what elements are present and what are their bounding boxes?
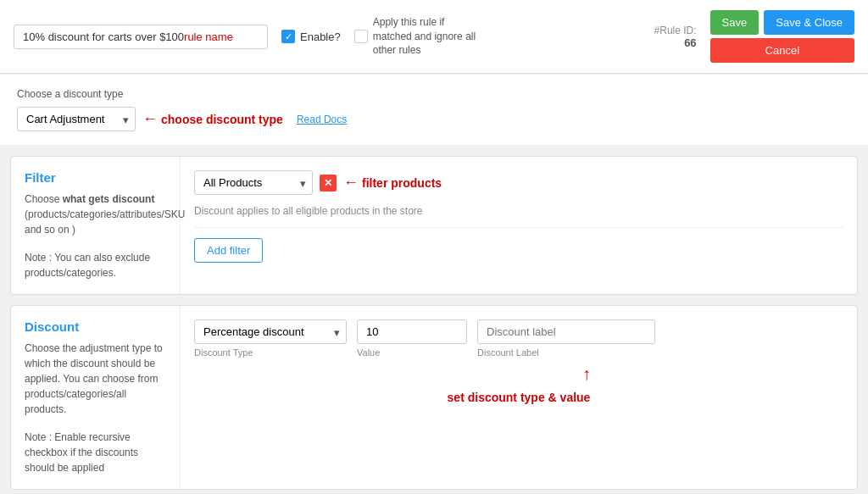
discount-value-input[interactable] [357,319,467,344]
rule-id-value: 66 [684,36,696,49]
enable-label: Enable? [300,31,341,43]
discount-percentage-select[interactable]: Percentage discount [194,319,347,344]
top-bar: 10% discount for carts over $100 rule na… [0,0,868,146]
discount-label-col: Discount Label [477,319,655,358]
discount-section: Discount Choose the adjustment type to w… [10,305,858,490]
type-arrow-annotation: ← choose discount type [142,110,283,128]
read-docs-link[interactable]: Read Docs [297,114,347,125]
discount-inputs-row: Percentage discount Discount Type Value … [194,319,843,358]
discount-desc-note: Note : Enable recursive checkbox if the … [25,430,166,475]
discount-value-col: Value [357,319,467,358]
filter-title: Filter [25,170,166,185]
discount-title: Discount [25,319,166,334]
main-content: Filter Choose what gets discount (produc… [0,146,868,494]
discount-section-right: Percentage discount Discount Type Value … [181,306,857,489]
filter-section-left: Filter Choose what gets discount (produc… [11,157,181,294]
save-close-button[interactable]: Save & Close [764,10,854,35]
filter-desc: Choose what gets discount (products/cate… [25,191,166,237]
add-filter-button[interactable]: Add filter [194,238,263,263]
rule-name-field[interactable]: 10% discount for carts over $100 rule na… [14,25,268,49]
filter-row: All Products ✕ ← filter products [194,170,843,195]
discount-arrow-up-icon: ↑ [582,364,591,384]
arrow-left-icon: ← [142,110,158,128]
enable-checkbox[interactable]: ✓ [281,30,295,43]
rule-id-area: #Rule ID: 66 [654,25,697,49]
rule-name-red-part: rule name [184,31,233,43]
rule-id-label: #Rule ID: [654,25,697,36]
filter-note: Note : You can also exclude products/cat… [25,250,166,280]
filter-annotation-text: filter products [362,176,442,190]
filter-section: Filter Choose what gets discount (produc… [10,156,858,295]
filter-clear-button[interactable]: ✕ [320,175,337,191]
discount-type-select[interactable]: Cart Adjustment [17,107,136,131]
action-buttons: Save Save & Close Cancel [710,10,854,63]
filter-section-right: All Products ✕ ← filter products Discoun… [181,157,857,294]
type-annotation-text: choose discount type [161,113,283,126]
discount-type-label: Choose a discount type [17,88,851,100]
rule-name-prefix: 10% discount for carts over $100 [23,31,184,43]
discount-section-left: Discount Choose the adjustment type to w… [11,306,181,489]
discount-desc: Choose the adjustment type to which the … [25,341,166,417]
discount-label-input[interactable] [477,319,655,344]
discount-type-col: Percentage discount Discount Type [194,319,347,358]
filter-products-select[interactable]: All Products [194,170,313,195]
cancel-button[interactable]: Cancel [710,38,854,63]
filter-products-select-wrapper[interactable]: All Products [194,170,313,195]
discount-type-select-wrapper[interactable]: Cart Adjustment [17,107,136,131]
discount-type-col-label: Discount Type [194,347,347,358]
filter-arrow-left-icon: ← [343,174,359,191]
discount-annotation-text: set discount type & value [448,391,591,404]
discount-value-col-label: Value [357,347,467,358]
discount-type-section: Choose a discount type Cart Adjustment ←… [0,74,868,145]
enable-group: ✓ Enable? [281,30,341,43]
discount-percentage-select-wrapper[interactable]: Percentage discount [194,319,347,344]
apply-rule-checkbox[interactable] [354,30,368,43]
discount-annotation-area: ↑ set discount type & value [194,364,843,404]
apply-rule-text: Apply this rule if matched and ignore al… [373,15,483,58]
filter-applies-note: Discount applies to all eligible product… [194,205,843,228]
filter-arrow-annotation: ← filter products [343,174,442,191]
apply-rule-group: Apply this rule if matched and ignore al… [354,15,483,58]
filter-desc-prefix: Choose [25,193,63,205]
save-button[interactable]: Save [710,10,760,35]
discount-label-col-label: Discount Label [477,347,655,358]
filter-desc-suffix: (products/categories/attributes/SKU and … [25,208,185,236]
filter-desc-bold: what gets discount [63,193,155,205]
